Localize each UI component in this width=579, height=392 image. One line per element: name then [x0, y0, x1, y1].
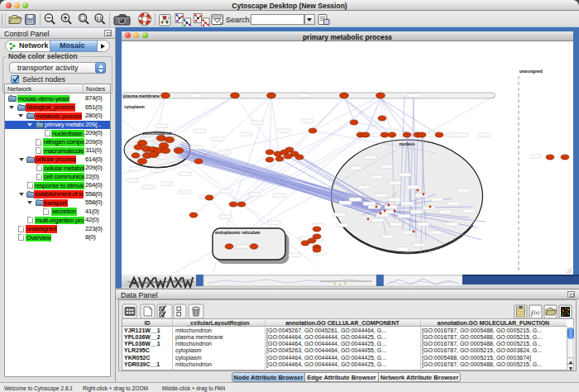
svg-text:1:1: 1:1: [96, 17, 102, 21]
svg-text:nucleus: nucleus: [400, 141, 415, 146]
svg-text:mitochondrion: mitochondrion: [143, 131, 172, 136]
svg-text:endoplasmic reticulum: endoplasmic reticulum: [215, 230, 261, 235]
svg-text:cytoplasm: cytoplasm: [124, 104, 145, 109]
svg-text:(x): (x): [534, 310, 540, 316]
svg-text:plasma membrane: plasma membrane: [123, 93, 160, 98]
svg-text:unassigned: unassigned: [519, 69, 543, 74]
